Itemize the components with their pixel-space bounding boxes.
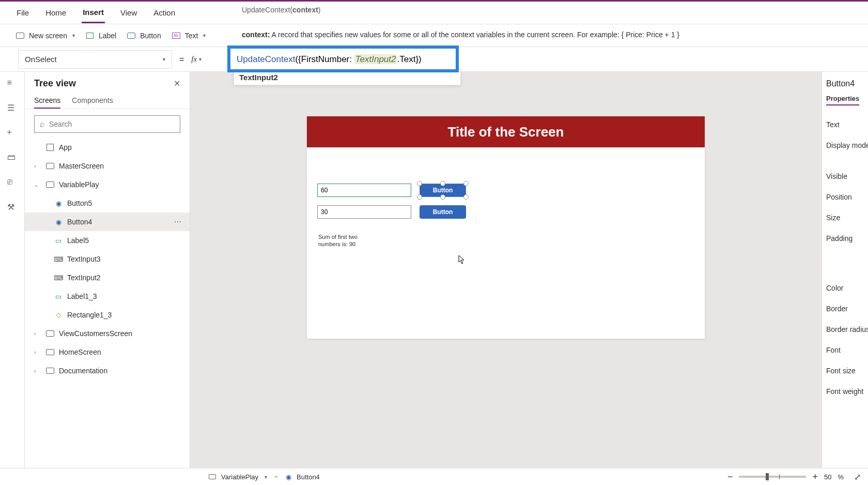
- chevron-down-icon: ▾: [163, 56, 165, 62]
- menu-view[interactable]: View: [119, 3, 138, 22]
- menu-home[interactable]: Home: [44, 3, 67, 22]
- insert-button-button[interactable]: Button: [127, 32, 161, 40]
- tree-view-icon[interactable]: ☰: [7, 103, 18, 113]
- breadcrumb-control[interactable]: Button4: [297, 473, 320, 481]
- canvas-area[interactable]: Title of the Screen Button Button Sum of…: [190, 72, 822, 468]
- canvas-textinput2[interactable]: [317, 205, 411, 219]
- tree-label: MasterScreen: [59, 162, 104, 170]
- tools-icon[interactable]: ⚒: [7, 202, 18, 213]
- textinput-icon: ⌨: [54, 255, 63, 263]
- text-icon: Ab: [172, 33, 180, 39]
- screen-icon: [46, 368, 54, 374]
- insert-label-button[interactable]: Label: [85, 32, 116, 40]
- prop-visible[interactable]: Visible: [826, 168, 864, 185]
- tree-node-label1-3[interactable]: ▭ Label1_3: [25, 287, 190, 306]
- breadcrumb-screen[interactable]: VariablePlay: [221, 473, 258, 481]
- equals-sign: =: [179, 55, 184, 64]
- tab-properties[interactable]: Properties: [826, 95, 859, 105]
- tree-node-textinput2[interactable]: ⌨ TextInput2: [25, 268, 190, 287]
- chevron-down-icon[interactable]: ▾: [265, 474, 267, 480]
- tree-node-master[interactable]: › MasterScreen: [25, 157, 190, 175]
- hamburger-icon[interactable]: ≡: [7, 78, 18, 88]
- canvas-textinput3[interactable]: [317, 184, 411, 197]
- screen-canvas[interactable]: Title of the Screen Button Button Sum of…: [307, 116, 705, 339]
- tree-search[interactable]: ⌕: [34, 115, 180, 133]
- tree-node-button5[interactable]: ◉ Button5: [25, 194, 190, 213]
- canvas-button5[interactable]: Button: [420, 205, 466, 219]
- prop-text[interactable]: Text: [826, 116, 864, 133]
- prop-font[interactable]: Font: [826, 341, 864, 359]
- media-icon[interactable]: ⎚: [7, 177, 18, 188]
- tree-label: Button4: [67, 218, 92, 226]
- data-icon[interactable]: 🗃: [7, 153, 18, 163]
- insert-icon[interactable]: +: [7, 128, 18, 138]
- prop-padding[interactable]: Padding: [826, 230, 864, 247]
- prop-size[interactable]: Size: [826, 209, 864, 226]
- main-area: ≡ ☰ + 🗃 ⎚ ⚒ Tree view ✕ Screens Componen…: [0, 72, 868, 468]
- prop-border[interactable]: Border: [826, 300, 864, 317]
- chevron-right-icon[interactable]: ›: [34, 163, 41, 169]
- fit-to-window-icon[interactable]: ⤢: [854, 472, 861, 482]
- chevron-right-icon[interactable]: ›: [34, 331, 41, 337]
- formula-input-highlight[interactable]: UpdateContext({FirstNumber: TextInput2.T…: [227, 46, 459, 72]
- selection-handle[interactable]: [440, 194, 445, 200]
- ellipsis-icon[interactable]: ⋯: [174, 218, 181, 226]
- tree-panel: Tree view ✕ Screens Components ⌕ App › M…: [25, 72, 190, 468]
- sum-label: Sum of first twonumbers is: 90: [318, 233, 358, 248]
- zoom-out-button[interactable]: −: [727, 472, 733, 482]
- menu-file[interactable]: File: [16, 3, 30, 22]
- app-icon: [47, 144, 54, 151]
- chevron-down-icon[interactable]: ▾: [199, 56, 202, 62]
- selection-handle[interactable]: [440, 181, 445, 186]
- tree-label: Label5: [67, 236, 89, 245]
- prop-fontweight[interactable]: Font weight: [826, 383, 864, 400]
- zoom-percent-sign: %: [838, 473, 844, 481]
- zoom-slider[interactable]: [739, 476, 806, 478]
- new-screen-button[interactable]: New screen ▾: [16, 32, 75, 40]
- tree-node-textinput3[interactable]: ⌨ TextInput3: [25, 250, 190, 268]
- selection-handle[interactable]: [463, 194, 469, 200]
- tree-node-homescreen[interactable]: › HomeScreen: [25, 343, 190, 361]
- tab-screens[interactable]: Screens: [34, 93, 60, 109]
- chevron-down-icon[interactable]: ⌄: [34, 182, 41, 188]
- button-text: Button: [140, 32, 161, 40]
- prop-color[interactable]: Color: [826, 279, 864, 297]
- tree-node-button4[interactable]: ◉ Button4 ⋯: [25, 213, 190, 231]
- label-icon: ▭: [54, 237, 63, 245]
- tree-tabs: Screens Components: [25, 93, 190, 109]
- text-label: Text: [185, 32, 198, 40]
- tree-node-label5[interactable]: ▭ Label5: [25, 231, 190, 250]
- breadcrumb: VariablePlay ▾ › ◉ Button4: [209, 473, 320, 481]
- tree-label: TextInput3: [67, 255, 101, 263]
- button-icon: [127, 33, 135, 39]
- search-input[interactable]: [49, 120, 175, 128]
- tree-node-app[interactable]: App: [25, 138, 190, 157]
- formula-bar: OnSelect ▾ = fx ▾ UpdateContext({FirstNu…: [0, 47, 868, 72]
- close-icon[interactable]: ✕: [174, 79, 180, 88]
- selection-handle[interactable]: [417, 181, 422, 186]
- selected-control-name: Button4: [826, 79, 864, 88]
- tree-node-variable[interactable]: ⌄ VariablePlay: [25, 175, 190, 194]
- tree-node-viewcustomers[interactable]: › ViewCustomersScreen: [25, 324, 190, 343]
- property-select[interactable]: OnSelect ▾: [18, 50, 172, 69]
- tab-components[interactable]: Components: [72, 93, 113, 109]
- rectangle-icon: ◇: [54, 311, 63, 319]
- prop-borderradius[interactable]: Border radius: [826, 321, 864, 338]
- selection-handle[interactable]: [463, 181, 469, 186]
- chevron-right-icon[interactable]: ›: [34, 350, 41, 355]
- prop-position[interactable]: Position: [826, 188, 864, 206]
- insert-text-button[interactable]: Ab Text ▾: [172, 32, 206, 40]
- zoom-in-button[interactable]: +: [812, 472, 818, 482]
- menu-insert[interactable]: Insert: [82, 3, 105, 23]
- chevron-right-icon[interactable]: ›: [34, 368, 41, 374]
- prop-displaymode[interactable]: Display mode: [826, 137, 864, 154]
- menu-action[interactable]: Action: [152, 3, 176, 22]
- tree-node-rectangle1-3[interactable]: ◇ Rectangle1_3: [25, 306, 190, 324]
- selection-handle[interactable]: [417, 194, 422, 200]
- tree-node-documentation[interactable]: › Documentation: [25, 361, 190, 380]
- zoom-thumb[interactable]: [766, 473, 769, 480]
- tree-label: HomeScreen: [59, 348, 101, 356]
- tree-label: VariablePlay: [59, 180, 99, 189]
- prop-fontsize[interactable]: Font size: [826, 362, 864, 380]
- zoom-tick: [779, 474, 780, 479]
